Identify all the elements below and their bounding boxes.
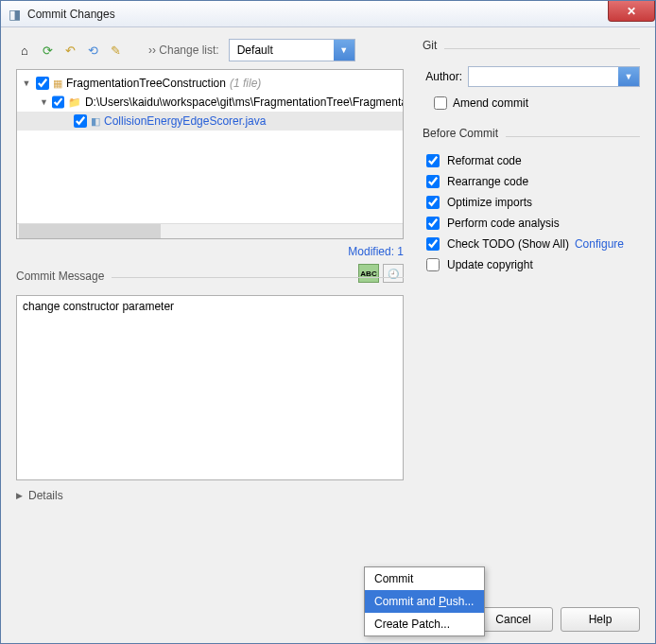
author-label: Author: bbox=[423, 70, 468, 83]
change-list-value: Default bbox=[230, 44, 334, 57]
toolbar: ⌂ ⟳ ↶ ⟲ ✎ ›› Change list: Default ▼ bbox=[16, 39, 404, 61]
path-checkbox[interactable] bbox=[52, 96, 64, 109]
amend-checkbox[interactable] bbox=[434, 96, 447, 110]
path-label: D:\Users\kaidu\workspace\git\ms\Fragment… bbox=[85, 96, 404, 109]
before-commit-options: Reformat code Rearrange code Optimize im… bbox=[426, 154, 640, 271]
root-hint: (1 file) bbox=[230, 77, 261, 90]
author-row: Author: ▼ bbox=[423, 66, 640, 87]
modified-count: Modified: 1 bbox=[16, 245, 404, 258]
git-section-label: Git bbox=[423, 39, 444, 52]
commit-dropdown-menu: Commit Commit and Push... Create Patch..… bbox=[364, 566, 485, 636]
commit-message-label: Commit Message bbox=[16, 270, 112, 283]
opt-optimize[interactable]: Optimize imports bbox=[426, 196, 640, 209]
top-row: ⌂ ⟳ ↶ ⟲ ✎ ›› Change list: Default ▼ bbox=[16, 39, 640, 502]
history-icon[interactable]: 🕘 bbox=[383, 264, 404, 283]
menu-commit-and-push[interactable]: Commit and Push... bbox=[365, 590, 484, 613]
opt-copyright[interactable]: Update copyright bbox=[426, 258, 640, 271]
opt-analysis[interactable]: Perform code analysis bbox=[426, 217, 640, 230]
reformat-checkbox[interactable] bbox=[426, 154, 440, 167]
message-header: Commit Message ABC 🕘 bbox=[16, 264, 404, 283]
new-changelist-icon[interactable]: ✎ bbox=[107, 42, 124, 59]
cancel-button[interactable]: Cancel bbox=[474, 607, 553, 632]
title-bar: ◨ Commit Changes ✕ bbox=[1, 1, 655, 27]
author-input[interactable] bbox=[469, 67, 618, 86]
before-commit-section-label: Before Commit bbox=[423, 127, 506, 140]
tree-root-row[interactable]: ▼ ▦ FragmentationTreeConstruction (1 fil… bbox=[17, 74, 403, 93]
chevron-right-icon: ▶ bbox=[16, 491, 23, 500]
module-icon: ▦ bbox=[53, 78, 62, 90]
commit-dialog: ◨ Commit Changes ✕ ⌂ ⟳ ↶ ⟲ ✎ ›› Change l… bbox=[0, 0, 656, 644]
root-label: FragmentationTreeConstruction bbox=[66, 77, 226, 90]
chevron-down-icon[interactable]: ▼ bbox=[618, 67, 639, 86]
revert-icon[interactable]: ↶ bbox=[61, 42, 78, 59]
spellcheck-icon[interactable]: ABC bbox=[358, 264, 379, 283]
right-column: Git Author: ▼ Amend commit Before Commit bbox=[423, 39, 640, 502]
button-row: Commit ▼ Cancel Help bbox=[16, 592, 640, 632]
change-list-label: ›› Change list: bbox=[148, 44, 219, 57]
tree-file-row[interactable]: ◧ CollisionEnergyEdgeScorer.java bbox=[17, 112, 403, 131]
opt-reformat[interactable]: Reformat code bbox=[426, 154, 640, 167]
tree-path-row[interactable]: ▼ 📁 D:\Users\kaidu\workspace\git\ms\Frag… bbox=[17, 93, 403, 112]
dialog-content: ⌂ ⟳ ↶ ⟲ ✎ ›› Change list: Default ▼ bbox=[1, 27, 655, 643]
amend-label: Amend commit bbox=[453, 96, 528, 110]
collapse-icon[interactable]: ▼ bbox=[21, 78, 32, 88]
todo-checkbox[interactable] bbox=[426, 237, 440, 251]
amend-row: Amend commit bbox=[434, 96, 640, 110]
scrollbar-thumb[interactable] bbox=[19, 224, 161, 238]
analysis-checkbox[interactable] bbox=[426, 217, 440, 230]
details-toggle[interactable]: ▶ Details bbox=[16, 489, 404, 502]
chevron-down-icon[interactable]: ▼ bbox=[334, 40, 354, 61]
change-list-combo[interactable]: Default ▼ bbox=[229, 39, 355, 61]
opt-rearrange[interactable]: Rearrange code bbox=[426, 175, 640, 188]
file-label: CollisionEnergyEdgeScorer.java bbox=[104, 114, 266, 128]
show-diff-icon[interactable]: ⌂ bbox=[16, 42, 33, 59]
menu-commit[interactable]: Commit bbox=[365, 567, 484, 590]
rearrange-checkbox[interactable] bbox=[426, 175, 440, 188]
collapse-icon[interactable]: ▼ bbox=[40, 97, 48, 107]
horizontal-scrollbar[interactable] bbox=[17, 223, 403, 238]
refresh-icon[interactable]: ⟳ bbox=[39, 42, 56, 59]
java-file-icon: ◧ bbox=[91, 115, 100, 128]
menu-create-patch[interactable]: Create Patch... bbox=[365, 613, 484, 635]
app-icon: ◨ bbox=[7, 7, 22, 22]
commit-message-input[interactable] bbox=[16, 295, 404, 480]
folder-icon: 📁 bbox=[68, 96, 81, 109]
author-combo[interactable]: ▼ bbox=[468, 66, 640, 87]
copyright-checkbox[interactable] bbox=[426, 258, 440, 271]
window-title: Commit Changes bbox=[27, 8, 115, 21]
left-column: ⌂ ⟳ ↶ ⟲ ✎ ›› Change list: Default ▼ bbox=[16, 39, 404, 502]
rollback-icon[interactable]: ⟲ bbox=[84, 42, 101, 59]
configure-link[interactable]: Configure bbox=[575, 237, 624, 251]
close-button[interactable]: ✕ bbox=[608, 1, 655, 22]
details-label: Details bbox=[28, 489, 63, 502]
optimize-checkbox[interactable] bbox=[426, 196, 440, 209]
changes-tree: ▼ ▦ FragmentationTreeConstruction (1 fil… bbox=[16, 69, 404, 239]
opt-todo: Check TODO (Show All)Configure bbox=[426, 237, 640, 251]
root-checkbox[interactable] bbox=[36, 77, 49, 90]
help-button[interactable]: Help bbox=[561, 607, 640, 632]
file-checkbox[interactable] bbox=[74, 114, 87, 128]
